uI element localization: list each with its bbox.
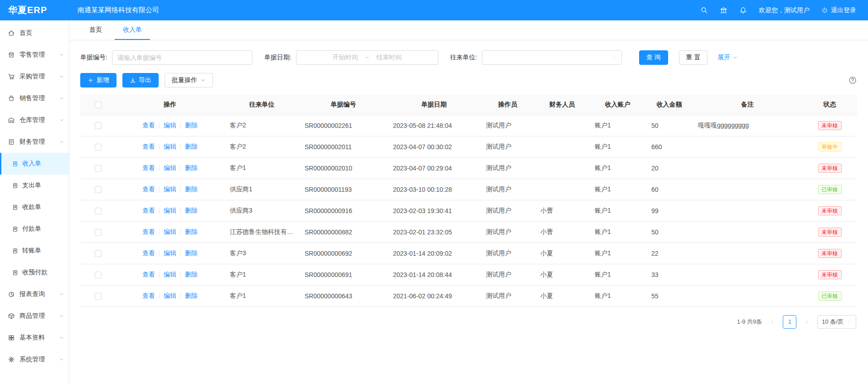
- sidebar-item-basic[interactable]: 基本资料: [0, 327, 69, 349]
- next-page-button[interactable]: [801, 316, 813, 328]
- help-icon[interactable]: [848, 76, 857, 85]
- tab-home[interactable]: 首页: [81, 20, 110, 40]
- row-action-view[interactable]: 查看: [142, 122, 155, 129]
- row-action-delete[interactable]: 删除: [185, 228, 198, 235]
- row-action-edit[interactable]: 编辑: [164, 122, 176, 129]
- row-checkbox[interactable]: [95, 208, 102, 214]
- row-action-edit[interactable]: 编辑: [164, 249, 176, 257]
- row-action-view[interactable]: 查看: [142, 207, 155, 214]
- row-checkbox[interactable]: [95, 186, 102, 193]
- reset-button[interactable]: 重 置: [679, 50, 708, 65]
- row-checkbox[interactable]: [95, 144, 102, 151]
- cell-status: 未审核: [802, 221, 857, 243]
- row-checkbox[interactable]: [95, 272, 102, 278]
- cell-operator: 测试用户: [480, 221, 535, 243]
- table-row: 查看编辑删除客户1SR000000006432021-06-02 00:24:4…: [80, 285, 857, 306]
- row-action-view[interactable]: 查看: [142, 249, 155, 257]
- row-checkbox[interactable]: [95, 250, 102, 257]
- sidebar-subitem-prepaid[interactable]: 收预付款: [0, 262, 69, 283]
- sidebar-item-report[interactable]: 报表查询: [0, 283, 69, 305]
- cell-partner: 客户1: [224, 285, 299, 306]
- tab-income[interactable]: 收入单: [115, 20, 150, 40]
- sidebar-item-goods[interactable]: 商品管理: [0, 305, 69, 327]
- row-checkbox[interactable]: [95, 165, 102, 172]
- sidebar-item-system[interactable]: 系统管理: [0, 349, 69, 370]
- add-button[interactable]: 新增: [80, 73, 116, 87]
- sidebar-item-retail[interactable]: 零售管理: [0, 44, 69, 66]
- download-icon: [130, 77, 136, 83]
- row-action-delete[interactable]: 删除: [185, 207, 198, 214]
- company-name: 南通某某网络科技有限公司: [78, 6, 159, 15]
- date-range-picker[interactable]: 开始时间 ~ 结束时间: [296, 50, 438, 65]
- export-button[interactable]: 导出: [122, 73, 159, 87]
- row-action-edit[interactable]: 编辑: [164, 164, 176, 171]
- row-action-delete[interactable]: 删除: [185, 185, 198, 193]
- table-row: 查看编辑删除客户2SR000000022612023-05-08 21:48:0…: [80, 115, 857, 136]
- pagination: 1-9 共9条 1 10 条/页: [80, 315, 857, 329]
- row-action-view[interactable]: 查看: [142, 292, 155, 299]
- row-action-view[interactable]: 查看: [142, 185, 155, 193]
- sidebar-item-sale[interactable]: 销售管理: [0, 87, 69, 109]
- row-action-view[interactable]: 查看: [142, 164, 155, 171]
- bank-icon[interactable]: [720, 6, 727, 14]
- row-action-delete[interactable]: 删除: [185, 249, 198, 257]
- column-header: 状态: [802, 95, 857, 115]
- row-action-view[interactable]: 查看: [142, 271, 155, 278]
- cell-bill-no: SR00000001193: [299, 179, 388, 200]
- logout-label: 退出登录: [831, 6, 856, 15]
- row-action-view[interactable]: 查看: [142, 228, 155, 235]
- sidebar-item-home[interactable]: 首页: [0, 22, 69, 44]
- cell-remark: [693, 179, 802, 200]
- cell-operator: 测试用户: [480, 243, 535, 264]
- row-action-edit[interactable]: 编辑: [164, 292, 176, 299]
- batch-label: 批量操作: [172, 76, 197, 84]
- cell-actions: 查看编辑删除: [116, 243, 224, 264]
- sidebar-subitem-income[interactable]: 收入单: [0, 153, 69, 175]
- row-action-edit[interactable]: 编辑: [164, 185, 176, 193]
- row-checkbox[interactable]: [95, 122, 102, 129]
- partner-select[interactable]: [482, 50, 622, 65]
- prev-page-button[interactable]: [766, 316, 778, 328]
- page-size-select[interactable]: 10 条/页: [817, 315, 856, 329]
- row-action-edit[interactable]: 编辑: [164, 271, 176, 278]
- row-action-edit[interactable]: 编辑: [164, 228, 176, 235]
- cell-actions: 查看编辑删除: [116, 115, 224, 136]
- sidebar-subitem-payment[interactable]: 付款单: [0, 218, 69, 240]
- sidebar-item-purchase[interactable]: 采购管理: [0, 66, 69, 87]
- chevron-down-icon: [59, 52, 64, 58]
- sidebar-subitem-label: 付款单: [22, 225, 65, 233]
- cell-operator: 测试用户: [480, 136, 535, 157]
- batch-actions-button[interactable]: 批量操作: [165, 73, 213, 87]
- logout-button[interactable]: 退出登录: [821, 6, 856, 15]
- bill-no-input[interactable]: [112, 50, 252, 65]
- row-checkbox[interactable]: [95, 229, 102, 236]
- cell-remark: [693, 285, 802, 306]
- sidebar-subitem-transfer[interactable]: 转账单: [0, 240, 69, 262]
- row-action-delete[interactable]: 删除: [185, 292, 198, 299]
- row-action-delete[interactable]: 删除: [185, 122, 198, 129]
- chevron-down-icon: [59, 96, 64, 101]
- row-checkbox[interactable]: [95, 293, 102, 300]
- bell-icon[interactable]: [739, 6, 747, 14]
- search-icon[interactable]: [700, 6, 708, 14]
- row-action-view[interactable]: 查看: [142, 143, 155, 150]
- main-area: 首页收入单 单据编号: 单据日期: 开始时间 ~ 结束时间 往来单位: 查 询 …: [69, 20, 868, 384]
- sidebar-item-warehouse[interactable]: 仓库管理: [0, 109, 69, 131]
- current-page-button[interactable]: 1: [783, 315, 796, 329]
- cell-actions: 查看编辑删除: [116, 157, 224, 179]
- sidebar-subitem-receipt[interactable]: 收款单: [0, 196, 69, 218]
- action-divider: [159, 208, 160, 214]
- select-all-checkbox[interactable]: [95, 102, 102, 108]
- row-action-delete[interactable]: 删除: [185, 271, 198, 278]
- row-action-delete[interactable]: 删除: [185, 164, 198, 171]
- cell-actions: 查看编辑删除: [116, 200, 224, 221]
- sidebar-subitem-expense[interactable]: 支出单: [0, 175, 69, 196]
- row-action-edit[interactable]: 编辑: [164, 143, 176, 150]
- row-action-delete[interactable]: 删除: [185, 143, 198, 150]
- cell-operator: 测试用户: [480, 200, 535, 221]
- expand-link[interactable]: 展开: [718, 53, 738, 62]
- document-icon: [12, 182, 19, 189]
- search-button[interactable]: 查 询: [639, 50, 668, 65]
- row-action-edit[interactable]: 编辑: [164, 207, 176, 214]
- sidebar-item-finance[interactable]: 财务管理: [0, 131, 69, 153]
